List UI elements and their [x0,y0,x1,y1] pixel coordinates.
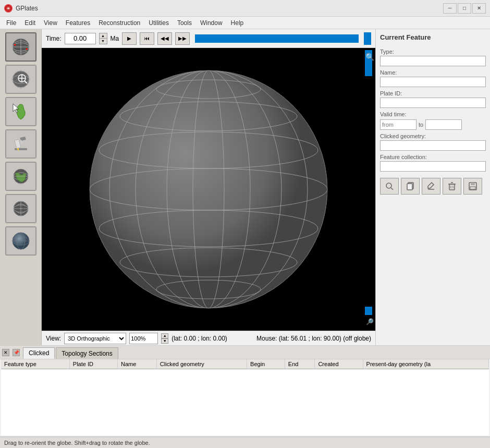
sidebar-texture[interactable] [5,226,36,256]
close-button[interactable]: ✕ [472,3,486,14]
menu-utilities[interactable]: Utilities [144,18,173,28]
minimize-button[interactable]: ─ [443,3,457,14]
svg-rect-45 [407,184,412,190]
col-plate-id: Plate ID [69,359,117,369]
main-container: Time: ▲ ▼ Ma ▶ ⏮ ◀◀ ▶▶ [0,29,490,437]
menu-help[interactable]: Help [227,18,248,28]
play-button[interactable]: ▶ [122,32,137,45]
menu-edit[interactable]: Edit [20,18,40,28]
plate-id-label: Plate ID: [380,90,486,96]
svg-line-43 [391,188,393,190]
svg-point-28 [90,70,327,308]
rewind-button[interactable]: ◀◀ [157,32,172,45]
action-buttons [380,178,486,195]
type-input[interactable] [380,56,486,66]
menu-reconstruction[interactable]: Reconstruction [94,18,144,28]
valid-to-label: to [419,122,423,128]
svg-point-42 [386,183,391,188]
center-area: Time: ▲ ▼ Ma ▶ ⏮ ◀◀ ▶▶ [42,29,375,345]
window-title: GPlates [16,5,443,12]
plate-id-input[interactable] [380,98,486,108]
tab-clicked[interactable]: Clicked [23,347,55,359]
tab-close-button[interactable]: ✕ [2,349,9,356]
zoom-scroll-thumb[interactable] [365,307,372,315]
menu-tools[interactable]: Tools [173,18,196,28]
sidebar-select[interactable] [5,97,36,126]
clicked-geometry-label: Clicked geometry: [380,133,486,139]
slider-end-indicator [364,32,371,45]
col-present-day-geometry: Present-day geometry (la [363,359,488,369]
time-label: Time: [46,35,62,42]
skip-start-button[interactable]: ⏮ [140,32,154,45]
maximize-button[interactable]: □ [458,3,471,14]
svg-marker-46 [428,183,434,188]
svg-rect-13 [15,139,21,149]
status-text: Drag to re-orient the globe. Shift+drag … [4,440,150,446]
zoom-spin-up[interactable]: ▲ [161,333,168,338]
time-spin-up[interactable]: ▲ [100,33,107,39]
col-begin: Begin [247,359,285,369]
save-button[interactable] [463,178,482,195]
svg-rect-54 [471,183,475,185]
valid-from-input[interactable] [380,119,416,130]
sidebar-zoom[interactable] [5,65,36,94]
query-button[interactable] [380,178,399,195]
globe-svg [83,64,334,314]
tab-pin-button[interactable]: 📌 [13,349,20,356]
time-spin-down[interactable]: ▼ [100,39,107,44]
valid-to-input[interactable] [425,119,462,130]
tab-topology-sections[interactable]: Topology Sections [56,347,118,359]
menu-features[interactable]: Features [62,18,94,28]
title-bar: GPlates ─ □ ✕ [0,0,490,17]
zoom-spin-down[interactable]: ▼ [161,338,168,344]
status-bar: Drag to re-orient the globe. Shift+drag … [0,437,490,448]
sidebar-reconstruct[interactable] [5,194,36,223]
feature-collection-input[interactable] [380,161,486,172]
copy-button[interactable] [401,178,420,195]
mouse-text: Mouse: (lat: 56.01 ; lon: 90.00) (off gl… [256,335,371,342]
col-created: Created [315,359,363,369]
col-end: End [285,359,315,369]
svg-rect-48 [449,184,455,190]
bottom-panel: ✕ 📌 Clicked Topology Sections Feature ty… [0,345,490,437]
zoom-in-icon[interactable]: 🔍 [365,52,374,62]
col-name: Name [117,359,156,369]
bottom-table-container[interactable]: Feature type Plate ID Name Clicked geome… [1,359,489,435]
zoom-input[interactable] [129,333,158,344]
clicked-geometry-input[interactable] [380,140,486,151]
valid-time-row: to [380,119,486,130]
bottom-table: Feature type Plate ID Name Clicked geome… [1,359,489,369]
name-input[interactable] [380,77,486,87]
sidebar-edit[interactable] [5,129,36,159]
sidebar-topology[interactable] [5,162,36,191]
coords-text: (lat: 0.00 ; lon: 0.00) [172,335,227,342]
valid-time-label: Valid time: [380,111,486,117]
name-label: Name: [380,69,486,76]
edit-button[interactable] [422,178,440,195]
table-header-row: Feature type Plate ID Name Clicked geome… [1,359,489,369]
time-input[interactable] [65,33,96,44]
time-unit: Ma [111,35,119,42]
view-projection-select[interactable]: 3D Orthographic 2D Map (Mercator) [64,333,126,344]
col-clicked-geometry: Clicked geometry [156,359,247,369]
zoom-out-icon[interactable]: 🔎 [365,317,374,326]
time-slider[interactable] [195,34,359,43]
time-spinner: ▲ ▼ [99,33,107,44]
top-area: Time: ▲ ▼ Ma ▶ ⏮ ◀◀ ▶▶ [0,29,490,345]
menu-view[interactable]: View [40,18,62,28]
view-label: View: [46,335,61,342]
delete-button[interactable] [443,178,461,195]
view-bar: View: 3D Orthographic 2D Map (Mercator) … [42,331,375,345]
fast-forward-button[interactable]: ▶▶ [175,32,190,45]
globe-viewport[interactable]: 🔍 🔎 [42,48,375,331]
menu-file[interactable]: File [2,18,20,28]
col-feature-type: Feature type [1,359,69,369]
feature-collection-label: Feature collection: [380,154,486,160]
menu-window[interactable]: Window [196,18,227,28]
svg-rect-55 [470,187,475,189]
app-icon [4,4,13,13]
current-feature-title: Current Feature [380,33,486,41]
sidebar-rotate-globe[interactable] [5,32,36,62]
tab-bar: ✕ 📌 Clicked Topology Sections [0,346,490,359]
type-label: Type: [380,49,486,55]
